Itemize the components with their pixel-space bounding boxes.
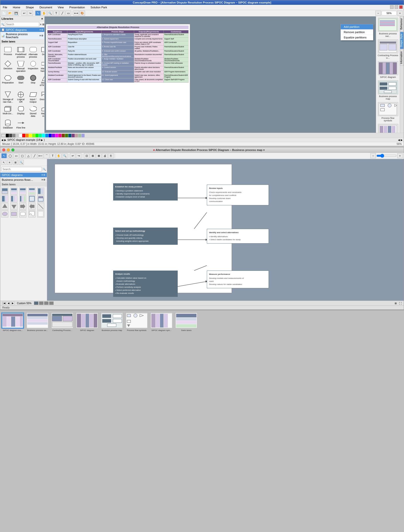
context-menu-add-partition[interactable]: Add partition (341, 24, 373, 30)
view-btn-1[interactable] (34, 301, 38, 305)
color-sky[interactable] (45, 134, 48, 137)
color-dark-gray[interactable] (9, 134, 12, 137)
bl-tool-grid[interactable]: ⊞ (13, 160, 18, 165)
menu-home[interactable]: Home (11, 5, 22, 9)
bt-grid2[interactable]: ⊠ (96, 153, 102, 158)
shape-multi[interactable]: Multi-Do... (2, 104, 14, 118)
sl-thumb-6[interactable] (1, 195, 8, 202)
zoom-slider[interactable]: 56% (381, 11, 397, 15)
shape-document[interactable]: Document (39, 90, 45, 104)
bt-hand2[interactable]: ✋ (56, 153, 62, 158)
thumb-item-6[interactable]: SIPOC diagram sym... (150, 312, 173, 331)
bl-lib-bpf-close[interactable]: ✕ (41, 179, 43, 181)
fullscreen-icon[interactable]: ⛶ (399, 302, 402, 305)
rp-item-pfs[interactable]: Process flow symbols (377, 102, 398, 122)
shape-storage-raw[interactable]: Storage of raw mat... (2, 90, 14, 104)
sl-thumb-4[interactable] (28, 188, 35, 195)
thumb-item-1[interactable]: Business process sw... (26, 312, 49, 331)
search-input[interactable] (5, 22, 39, 27)
sl-thumb-arrow-down2[interactable] (10, 203, 17, 210)
shape-stored[interactable]: Stored data (27, 104, 39, 118)
bt-undo2[interactable]: ↩ (70, 153, 75, 158)
bottom-search-input[interactable] (1, 167, 42, 171)
color-magenta[interactable] (55, 134, 58, 137)
color-black[interactable] (6, 134, 9, 137)
bt-smart[interactable]: ⊡ (84, 153, 89, 158)
color-red[interactable] (22, 134, 25, 137)
shape-manual-op[interactable]: Manual operation (15, 59, 27, 73)
bl-lib-sipoc-gear[interactable]: ⚙ (43, 174, 45, 176)
sl-thumb-8[interactable] (19, 195, 26, 202)
color-light-gray[interactable] (16, 134, 19, 137)
bl-lib-bpf-gear[interactable]: ⚙ (43, 179, 45, 181)
page-fwd-btn[interactable]: ▶ (11, 301, 14, 305)
color-gray[interactable] (12, 134, 15, 137)
view-btn-4[interactable] (49, 301, 54, 305)
lib-expand-icon[interactable]: ✕ (39, 29, 41, 31)
color-none-swatch[interactable] (1, 134, 5, 137)
right-tab-behaviour[interactable]: Behaviour (400, 16, 404, 31)
tb-new[interactable]: 📄 (1, 11, 7, 16)
sl-thumb-rounded2[interactable] (19, 210, 26, 217)
thumb-item-5[interactable]: Process flow symbols (125, 312, 148, 331)
menu-view[interactable]: View (56, 5, 65, 9)
bt-zoom-in3[interactable]: + (397, 153, 403, 158)
context-menu-remove-partition[interactable]: Remove partition (341, 30, 373, 35)
color-white[interactable] (19, 134, 22, 137)
tb-undo[interactable]: ↩ (21, 11, 27, 16)
shape-stop[interactable]: Stop (27, 74, 39, 90)
sl-thumb-doc[interactable] (28, 210, 35, 217)
bt-line2[interactable]: ╱ (32, 153, 37, 158)
context-menu-equalize-partitions[interactable]: Equalize partitions (341, 35, 373, 40)
sl-thumb-oval2[interactable] (1, 210, 8, 217)
shape-process[interactable]: Process (2, 45, 14, 59)
bottom-canvas[interactable]: Establish the study problem • Develop a … (47, 159, 404, 301)
rp-item-sipoc-sym[interactable]: SIPOC diagram symbo... (377, 124, 398, 133)
sl-thumb-3[interactable] (19, 188, 26, 195)
shape-delay[interactable]: Delay (39, 45, 45, 59)
thumb-item-4[interactable]: Business process map (100, 312, 123, 331)
bt-print[interactable]: 🖨 (102, 153, 108, 158)
color-purple[interactable] (72, 134, 75, 137)
bt-redo2[interactable]: ↪ (76, 153, 82, 158)
color-olive[interactable] (65, 134, 68, 137)
sipoc-diagram-canvas[interactable]: Alternative Dispute Resolution Process S… (46, 24, 190, 130)
menu-shape[interactable]: Shape (24, 5, 35, 9)
tb-open[interactable]: 📂 (7, 11, 13, 16)
sl-thumb-arrow-right[interactable] (19, 203, 26, 210)
right-tab-information[interactable]: Information (400, 50, 404, 66)
bl-lib-sipoc-close[interactable]: ✕ (41, 174, 43, 176)
sl-thumb-1[interactable] (1, 188, 8, 195)
color-violet[interactable] (52, 134, 55, 137)
lib-expand-icon2[interactable]: ✕ (39, 34, 41, 37)
bt-text2[interactable]: T (50, 153, 55, 158)
menu-file[interactable]: File (1, 5, 9, 9)
sl-thumb-2[interactable] (10, 188, 17, 195)
bl-tool-list[interactable]: ≡ (7, 160, 12, 165)
mac-maximize-btn[interactable] (11, 148, 14, 151)
zoom-slider-bottom[interactable] (376, 154, 397, 158)
sl-thumb-blank[interactable] (37, 210, 44, 217)
shape-logical-or[interactable]: Logical OR (15, 90, 27, 104)
tb-zoom-out[interactable]: − (375, 11, 381, 16)
view-btn-3[interactable] (44, 301, 49, 305)
tb-redo[interactable]: ↪ (27, 11, 33, 16)
color-lime[interactable] (32, 134, 35, 137)
color-pink[interactable] (58, 134, 62, 137)
shape-display[interactable]: Display (15, 104, 27, 118)
rp-item-bpsw[interactable]: Business process swi... (377, 18, 398, 37)
bt-snap[interactable]: ⊞ (90, 153, 95, 158)
shape-predefined[interactable]: Predefined process (15, 45, 27, 59)
shape-decision[interactable]: Decision (2, 59, 14, 73)
tb-cursor[interactable]: ↖ (35, 11, 41, 16)
rp-item-sipoc[interactable]: SIPOC diagram (377, 61, 398, 78)
color-green[interactable] (35, 134, 38, 137)
color-blue[interactable] (49, 134, 52, 137)
tb-rect[interactable]: ▭ (66, 11, 71, 16)
bt-zoom2[interactable]: 🔍 (62, 153, 68, 158)
sl-thumb-arrow-left[interactable] (28, 203, 35, 210)
menu-presentation[interactable]: Presentation (68, 5, 87, 9)
sl-thumb-7[interactable] (10, 195, 17, 202)
library-item-bpf[interactable]: 📊 Business process flowcharts ✕ ⚙ (0, 32, 44, 39)
sl-thumb-rect2[interactable] (10, 210, 17, 217)
